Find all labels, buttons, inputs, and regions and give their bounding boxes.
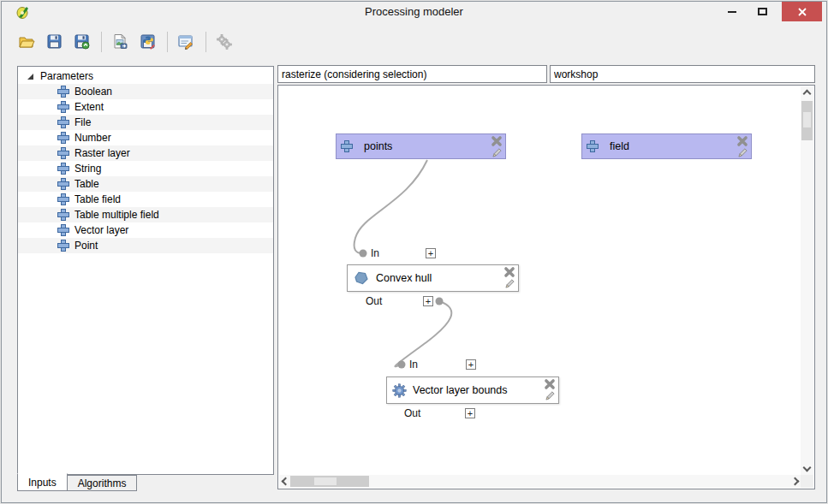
model-canvas[interactable]: points field In + Convex hull [277, 85, 815, 489]
port-dot [360, 250, 367, 258]
delete-node-icon[interactable] [491, 135, 503, 147]
processing-modeler-window: Processing modeler [1, 1, 827, 503]
horizontal-scroll-thumb[interactable] [290, 476, 369, 487]
in-label: In [371, 247, 379, 259]
convex-hull-icon [353, 270, 370, 287]
node-points[interactable]: points [336, 133, 506, 159]
add-parameter-icon [58, 133, 69, 143]
tab-algorithms[interactable]: Algorithms [68, 475, 138, 491]
tree-item-label: Number [74, 132, 111, 144]
add-parameter-icon [58, 117, 69, 127]
bounds-in-row: In [409, 359, 418, 371]
node-label: points [364, 140, 392, 152]
tab-inputs[interactable]: Inputs [17, 473, 68, 491]
tree-item-table-field[interactable]: Table field [18, 192, 273, 207]
delete-node-icon[interactable] [503, 266, 515, 278]
export-as-image-button[interactable] [107, 29, 133, 55]
tree-item-table[interactable]: Table [18, 176, 273, 192]
tree-root-label: Parameters [40, 70, 93, 82]
tree-item-label: Vector layer [74, 224, 128, 236]
save-model-button[interactable] [41, 29, 67, 55]
bounds-in-expander[interactable]: + [466, 359, 476, 370]
toolbar [2, 21, 826, 62]
tree-item-point[interactable]: Point [18, 238, 273, 253]
run-model-button[interactable] [211, 29, 237, 55]
tree-item-raster-layer[interactable]: Raster layer [18, 145, 273, 161]
convexhull-in-expander[interactable]: + [426, 248, 436, 258]
tree-item-label: String [74, 163, 101, 175]
add-parameter-icon [58, 86, 69, 97]
tree-item-boolean[interactable]: Boolean [18, 84, 273, 99]
out-label: Out [366, 295, 382, 307]
scroll-left-icon[interactable] [282, 477, 290, 486]
tree-item-extent[interactable]: Extent [18, 99, 273, 115]
model-group-input[interactable] [550, 65, 815, 83]
save-model-as-button[interactable] [69, 29, 94, 55]
input-parameter-icon [587, 141, 598, 151]
open-model-icon [18, 33, 35, 50]
open-model-button[interactable] [14, 29, 39, 55]
wire-points-to-convexhull [354, 160, 427, 253]
minimize-button[interactable] [719, 2, 745, 21]
delete-node-icon[interactable] [544, 378, 556, 390]
convexhull-in-row: In [371, 247, 379, 259]
convexhull-out-expander[interactable]: + [423, 296, 433, 306]
close-button[interactable] [782, 2, 822, 21]
tree-item-table-multiple-field[interactable]: Table multiple field [18, 207, 273, 222]
maximize-button[interactable] [749, 2, 775, 21]
add-parameter-icon [58, 148, 69, 158]
model-name-input[interactable] [277, 65, 547, 83]
algorithm-gear-icon [392, 383, 407, 398]
export-as-image-icon [112, 33, 128, 50]
port-dot [436, 298, 444, 305]
sidebar-tab-bar: Inputs Algorithms [17, 474, 137, 491]
add-parameter-icon [58, 225, 69, 235]
add-parameter-icon [58, 102, 69, 112]
canvas-horizontal-scrollbar[interactable] [279, 475, 801, 488]
vertical-scroll-thumb[interactable] [801, 101, 813, 140]
save-model-as-icon [74, 33, 90, 50]
edit-node-icon[interactable] [736, 147, 748, 159]
tree-item-label: File [74, 116, 91, 128]
tree-item-file[interactable]: File [18, 115, 273, 130]
tree-item-vector-layer[interactable]: Vector layer [18, 222, 273, 238]
tree-expanded-caret-icon [27, 74, 33, 80]
run-model-icon [216, 33, 233, 50]
tree-item-number[interactable]: Number [18, 130, 273, 145]
port-dot [398, 361, 406, 369]
export-as-python-button[interactable] [134, 29, 160, 55]
node-vector-layer-bounds[interactable]: Vector layer bounds [386, 377, 559, 404]
out-label: Out [404, 407, 420, 419]
window-title: Processing modeler [2, 5, 826, 18]
minimize-icon [728, 11, 736, 13]
add-parameter-icon [58, 163, 69, 174]
tree-item-label: Boolean [74, 86, 112, 98]
bounds-out-expander[interactable]: + [465, 408, 475, 418]
add-parameter-icon [58, 179, 69, 189]
toolbar-separator [167, 32, 168, 52]
delete-node-icon[interactable] [736, 135, 748, 147]
input-parameter-icon [342, 141, 352, 151]
tree-item-string[interactable]: String [18, 161, 273, 176]
node-convex-hull[interactable]: Convex hull [347, 264, 519, 292]
tree-root-parameters[interactable]: Parameters [18, 68, 273, 84]
close-icon [797, 7, 807, 17]
tree-item-label: Point [74, 240, 98, 252]
toolbar-separator [206, 32, 206, 52]
export-as-python-icon [140, 33, 156, 50]
expander-plus: + [468, 408, 473, 418]
edit-node-icon[interactable] [503, 278, 515, 290]
scroll-right-icon[interactable] [791, 477, 800, 486]
add-parameter-icon [58, 240, 69, 251]
tab-label: Inputs [28, 477, 57, 489]
scroll-up-icon[interactable] [803, 90, 812, 98]
edit-node-icon[interactable] [491, 147, 503, 159]
edit-model-help-button[interactable] [173, 29, 199, 55]
node-label: Convex hull [376, 272, 432, 284]
convexhull-out-row: Out [366, 295, 382, 307]
edit-node-icon[interactable] [544, 390, 556, 402]
maximize-icon [758, 8, 767, 15]
canvas-vertical-scrollbar[interactable] [801, 86, 813, 475]
scroll-down-icon[interactable] [803, 464, 812, 472]
node-field[interactable]: field [581, 133, 752, 159]
